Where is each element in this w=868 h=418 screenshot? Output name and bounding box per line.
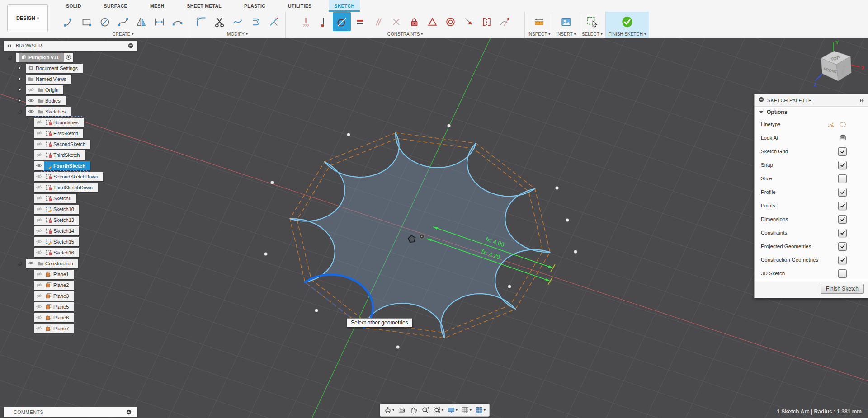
tab-utilities[interactable]: UTILITIES — [283, 0, 317, 12]
tree-item-plane2[interactable]: Plane2 — [34, 281, 74, 290]
tab-solid[interactable]: SOLID — [61, 0, 87, 12]
line-icon[interactable] — [60, 12, 78, 31]
tree-item-named-views[interactable]: Named Views — [26, 75, 71, 84]
visibility-off-icon[interactable] — [36, 238, 42, 245]
tree-item-construction[interactable]: Construction — [26, 259, 78, 268]
checkbox-profile[interactable] — [838, 188, 847, 197]
tree-item-sketch10[interactable]: Sketch10 — [34, 205, 79, 214]
tree-item-document-settings[interactable]: Document Settings — [26, 64, 83, 73]
activate-component-radio[interactable] — [65, 54, 72, 61]
curvature-icon[interactable] — [495, 12, 514, 31]
tree-item-sketch8[interactable]: Sketch8 — [34, 194, 76, 203]
checkbox-points[interactable] — [838, 202, 847, 210]
sketch-point[interactable] — [448, 124, 451, 127]
checkbox-sketch-grid[interactable] — [838, 147, 847, 156]
sketch-point[interactable] — [556, 187, 559, 190]
tangent-icon[interactable] — [333, 12, 351, 31]
visibility-off-icon[interactable] — [36, 141, 42, 147]
tree-item-sketch16[interactable]: Sketch16 — [34, 248, 79, 257]
tree-item-thirdsketchdown[interactable]: ThirdSketchDown — [34, 183, 98, 192]
visibility-off-icon[interactable] — [36, 249, 42, 256]
palette-collapse-icon[interactable] — [859, 98, 865, 103]
group-label-insert[interactable]: INSERT▾ — [556, 32, 576, 37]
snap-arrow-icon[interactable] — [459, 12, 477, 31]
fillet-icon[interactable] — [192, 12, 210, 31]
finish-sketch-button[interactable]: Finish Sketch — [821, 284, 864, 294]
tree-item-plane6[interactable]: Plane6 — [34, 313, 74, 322]
tab-surface[interactable]: SURFACE — [99, 0, 133, 12]
zoom-button[interactable] — [420, 404, 431, 416]
workspace-switcher[interactable]: DESIGN ▾ — [7, 4, 48, 32]
insert-image-icon[interactable] — [557, 12, 575, 31]
visibility-off-icon[interactable] — [36, 195, 42, 202]
mirror-icon[interactable] — [132, 12, 150, 31]
break-icon[interactable] — [264, 12, 283, 31]
checkbox-constraints[interactable] — [838, 229, 847, 237]
tree-item-plane5[interactable]: Plane5 — [34, 302, 74, 311]
viewport-canvas[interactable]: fx: 4.00fx: 4.20 — [0, 0, 868, 418]
visibility-off-icon[interactable] — [36, 292, 42, 299]
visibility-off-icon[interactable] — [36, 151, 42, 158]
sketch-point[interactable] — [347, 133, 350, 136]
fix-lock-icon[interactable] — [405, 12, 423, 31]
spline-icon[interactable] — [114, 12, 132, 31]
sketch-point[interactable] — [396, 346, 400, 349]
tree-item-boundaries[interactable]: Boundaries — [34, 118, 84, 127]
tree-item-origin[interactable]: Origin — [26, 85, 63, 94]
checkbox-construction-geometries[interactable] — [838, 256, 847, 264]
dimension-icon[interactable] — [150, 12, 168, 31]
sketch-point[interactable] — [508, 285, 511, 288]
display-settings-button[interactable]: ▾ — [446, 404, 459, 416]
collinear-icon[interactable] — [315, 12, 333, 31]
look-at-icon[interactable] — [839, 134, 847, 142]
concentric-icon[interactable] — [441, 12, 459, 31]
parallel-icon[interactable] — [369, 12, 387, 31]
tree-item-plane7[interactable]: Plane7 — [34, 324, 74, 333]
linetype-projection-icon[interactable] — [839, 121, 847, 128]
checkbox-slice[interactable] — [838, 174, 847, 183]
options-section-header[interactable]: Options — [755, 107, 868, 117]
select-box-icon[interactable] — [583, 12, 601, 31]
tree-item-sketch14[interactable]: Sketch14 — [34, 226, 79, 235]
offset-icon[interactable] — [246, 12, 264, 31]
tab-sheet-metal[interactable]: SHEET METAL — [181, 0, 227, 12]
visibility-off-icon[interactable] — [36, 206, 42, 212]
visibility-on-icon[interactable] — [28, 97, 34, 104]
extend-icon[interactable] — [228, 12, 246, 31]
collapse-node-icon[interactable] — [16, 260, 23, 267]
sketch-point[interactable] — [264, 253, 268, 256]
view-cube[interactable]: Y TOP FRONT RIGHT X Z — [812, 39, 868, 91]
tree-item-plane3[interactable]: Plane3 — [34, 291, 74, 301]
visibility-off-icon[interactable] — [36, 216, 42, 223]
tab-sketch[interactable]: SKETCH — [329, 0, 360, 12]
lookat-nav-button[interactable] — [396, 404, 407, 416]
visibility-on-icon[interactable] — [36, 162, 42, 169]
viewports-button[interactable]: ▾ — [474, 404, 487, 416]
finish-check-icon[interactable] — [618, 12, 636, 31]
visibility-off-icon[interactable] — [36, 271, 42, 277]
visibility-off-icon[interactable] — [36, 227, 42, 234]
tree-item-plane1[interactable]: Plane1 — [34, 270, 74, 279]
group-label-finish-sketch[interactable]: FINISH SKETCH▾ — [609, 32, 646, 37]
equal-icon[interactable] — [351, 12, 369, 31]
group-label-constraints[interactable]: CONSTRAINTS▾ — [387, 32, 423, 37]
circle-icon[interactable] — [96, 12, 114, 31]
checkbox-projected-geometries[interactable] — [838, 242, 847, 251]
visibility-on-icon[interactable] — [28, 260, 34, 267]
expand-node-icon[interactable] — [16, 97, 23, 104]
tree-item-bodies[interactable]: Bodies — [26, 96, 66, 105]
sketch-point[interactable] — [566, 219, 569, 222]
collapse-node-icon[interactable] — [16, 108, 23, 115]
visibility-off-icon[interactable] — [36, 119, 42, 126]
fit-button[interactable]: ▾ — [432, 404, 445, 416]
visibility-off-icon[interactable] — [36, 325, 42, 332]
rectangle-icon[interactable] — [78, 12, 96, 31]
visibility-off-icon[interactable] — [36, 314, 42, 321]
tree-item-sketch15[interactable]: Sketch15 — [34, 237, 79, 246]
tree-item-thirdsketch[interactable]: ThirdSketch — [34, 150, 85, 160]
visibility-off-icon[interactable] — [28, 86, 34, 93]
tab-plastic[interactable]: PLASTIC — [239, 0, 271, 12]
measure-icon[interactable] — [530, 12, 548, 31]
orbit-button[interactable]: ▾ — [382, 404, 396, 416]
tree-item-fourthsketch[interactable]: FourthSketch — [34, 161, 90, 170]
